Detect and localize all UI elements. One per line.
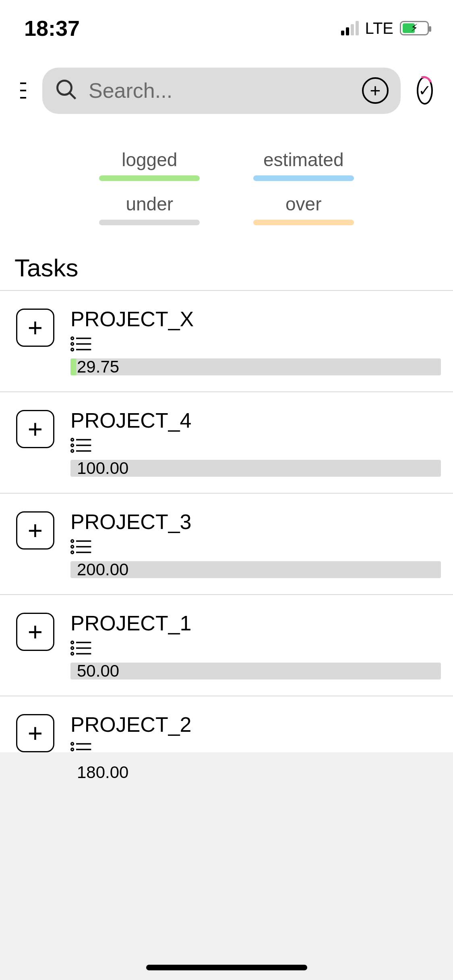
- expand-button[interactable]: +: [16, 309, 54, 347]
- svg-point-22: [71, 647, 74, 649]
- svg-point-28: [71, 748, 74, 751]
- legend-item: under: [72, 193, 227, 225]
- legend-item: estimated: [227, 149, 381, 181]
- home-indicator: [146, 965, 307, 970]
- legend-label: estimated: [227, 149, 381, 171]
- menu-button[interactable]: [20, 82, 26, 99]
- svg-point-12: [71, 450, 74, 452]
- legend-bar: [99, 175, 200, 181]
- network-label: LTE: [365, 19, 393, 37]
- list-icon: [70, 539, 441, 556]
- progress-bar: 100.00: [70, 460, 441, 477]
- svg-point-0: [58, 81, 72, 95]
- svg-point-16: [71, 546, 74, 548]
- task-title: PROJECT_2: [70, 712, 441, 737]
- task-row[interactable]: +PROJECT_150.00: [0, 595, 453, 696]
- legend-item: logged: [72, 149, 227, 181]
- svg-line-1: [70, 93, 76, 99]
- list-icon: [70, 336, 441, 354]
- svg-point-2: [71, 337, 74, 340]
- svg-point-4: [71, 343, 74, 345]
- search-input[interactable]: [89, 78, 352, 103]
- progress-value: 180.00: [70, 763, 128, 782]
- progress-bar: 200.00: [70, 561, 441, 578]
- legend-bar: [99, 220, 200, 225]
- legend-label: over: [227, 193, 381, 215]
- expand-button[interactable]: +: [16, 714, 54, 752]
- legend-bar: [253, 175, 354, 181]
- progress-bar: 29.75: [70, 358, 441, 375]
- legend-item: over: [227, 193, 381, 225]
- svg-point-14: [71, 540, 74, 542]
- svg-point-18: [71, 551, 74, 554]
- expand-button[interactable]: +: [16, 410, 54, 448]
- legend-bar: [253, 220, 354, 225]
- svg-point-8: [71, 439, 74, 441]
- task-list: +PROJECT_X29.75+PROJECT_4100.00+PROJECT_…: [0, 291, 453, 798]
- task-row[interactable]: +PROJECT_4100.00: [0, 392, 453, 494]
- progress-value: 50.00: [70, 661, 119, 681]
- svg-point-24: [71, 653, 74, 655]
- list-icon: [70, 640, 441, 658]
- legend-label: under: [72, 193, 227, 215]
- signal-icon: [341, 21, 359, 35]
- task-title: PROJECT_1: [70, 611, 441, 635]
- task-row[interactable]: +PROJECT_X29.75: [0, 291, 453, 392]
- status-time: 18:37: [24, 16, 80, 41]
- task-row[interactable]: +PROJECT_3200.00: [0, 494, 453, 595]
- status-bar: 18:37 LTE ⚡︎: [0, 0, 453, 56]
- legend: loggedestimatedunderover: [0, 125, 453, 241]
- expand-button[interactable]: +: [16, 613, 54, 651]
- progress-value: 29.75: [70, 357, 119, 377]
- add-button[interactable]: +: [362, 77, 389, 104]
- expand-button[interactable]: +: [16, 511, 54, 550]
- svg-point-20: [71, 641, 74, 644]
- svg-point-26: [71, 743, 74, 745]
- empty-area: [0, 752, 453, 980]
- task-title: PROJECT_3: [70, 510, 441, 534]
- task-title: PROJECT_4: [70, 408, 441, 432]
- battery-icon: ⚡︎: [400, 21, 429, 35]
- progress-bar: 50.00: [70, 663, 441, 679]
- list-icon: [70, 437, 441, 455]
- task-title: PROJECT_X: [70, 307, 441, 331]
- legend-label: logged: [72, 149, 227, 171]
- progress-value: 100.00: [70, 459, 128, 478]
- timer-button[interactable]: ✓: [417, 76, 433, 105]
- svg-point-10: [71, 444, 74, 447]
- svg-point-6: [71, 348, 74, 351]
- header: + ✓: [0, 56, 453, 125]
- status-right: LTE ⚡︎: [341, 19, 429, 37]
- search-box[interactable]: +: [42, 68, 401, 114]
- search-icon: [54, 78, 79, 103]
- section-title: Tasks: [0, 241, 453, 291]
- progress-value: 200.00: [70, 560, 128, 579]
- check-icon: ✓: [418, 82, 431, 99]
